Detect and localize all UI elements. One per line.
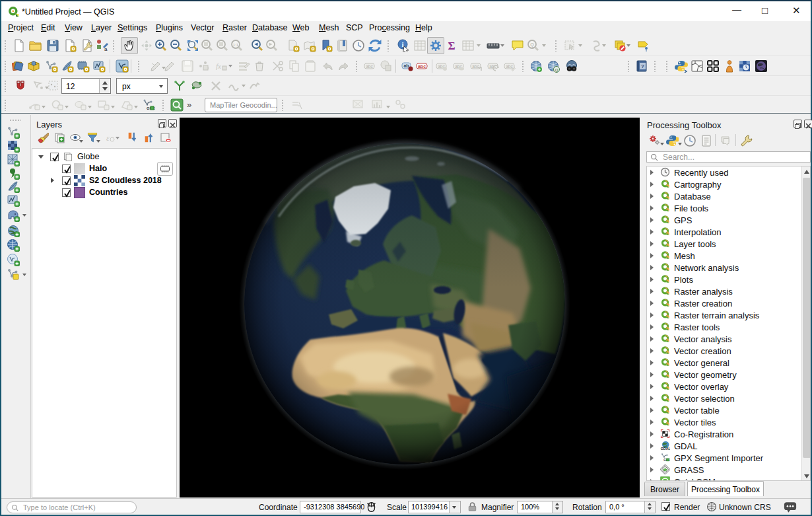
svg-text:Q: Q [555, 68, 558, 72]
svg-text:fx: fx [216, 62, 221, 70]
svg-text:1:1: 1:1 [233, 43, 239, 47]
svg-text:a: a [104, 46, 108, 52]
svg-text:GDAL: GDAL [661, 447, 670, 451]
svg-text:Q: Q [530, 42, 534, 48]
